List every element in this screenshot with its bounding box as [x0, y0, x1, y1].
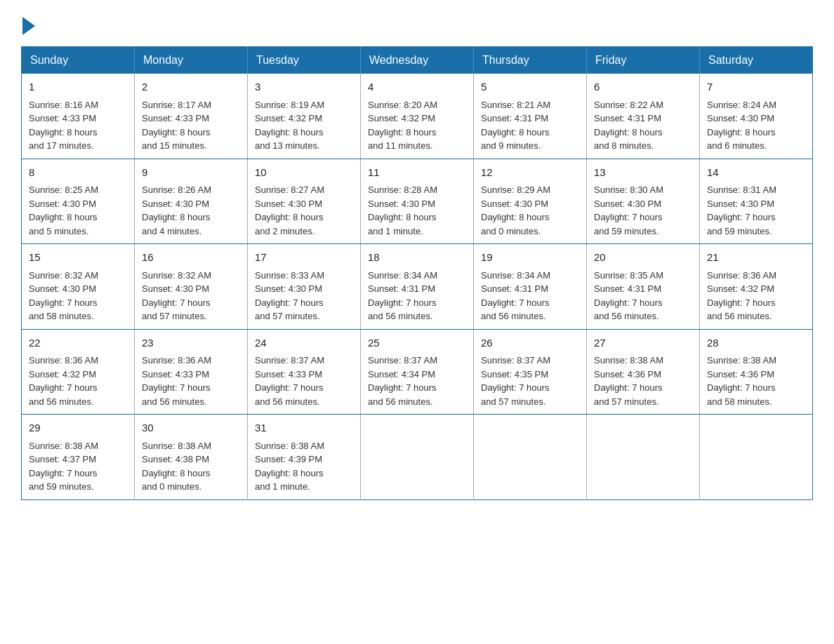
day-info: Sunrise: 8:34 AMSunset: 4:31 PMDaylight:…	[368, 270, 437, 322]
logo-top-row	[21, 14, 35, 35]
day-info: Sunrise: 8:24 AMSunset: 4:30 PMDaylight:…	[707, 100, 776, 152]
day-number: 8	[29, 165, 127, 181]
header	[21, 14, 813, 35]
calendar-cell: 13 Sunrise: 8:30 AMSunset: 4:30 PMDaylig…	[587, 159, 700, 244]
calendar-cell: 8 Sunrise: 8:25 AMSunset: 4:30 PMDayligh…	[22, 159, 135, 244]
calendar-cell: 22 Sunrise: 8:36 AMSunset: 4:32 PMDaylig…	[22, 329, 135, 415]
calendar-cell: 5 Sunrise: 8:21 AMSunset: 4:31 PMDayligh…	[474, 74, 587, 159]
calendar-cell	[700, 415, 813, 500]
calendar-cell: 25 Sunrise: 8:37 AMSunset: 4:34 PMDaylig…	[361, 329, 474, 415]
calendar-table: SundayMondayTuesdayWednesdayThursdayFrid…	[21, 46, 813, 500]
logo-block	[21, 14, 35, 35]
calendar-cell	[587, 415, 700, 500]
calendar-cell: 21 Sunrise: 8:36 AMSunset: 4:32 PMDaylig…	[700, 244, 813, 330]
calendar-cell: 6 Sunrise: 8:22 AMSunset: 4:31 PMDayligh…	[587, 74, 700, 159]
day-info: Sunrise: 8:25 AMSunset: 4:30 PMDaylight:…	[29, 185, 98, 236]
calendar-header-sunday: Sunday	[22, 47, 135, 74]
calendar-cell: 19 Sunrise: 8:34 AMSunset: 4:31 PMDaylig…	[474, 244, 587, 330]
day-number: 7	[707, 79, 805, 95]
day-number: 16	[142, 250, 240, 266]
calendar-cell: 16 Sunrise: 8:32 AMSunset: 4:30 PMDaylig…	[135, 244, 248, 330]
day-info: Sunrise: 8:31 AMSunset: 4:30 PMDaylight:…	[707, 185, 776, 236]
day-info: Sunrise: 8:37 AMSunset: 4:33 PMDaylight:…	[255, 355, 324, 407]
day-number: 28	[707, 335, 805, 351]
day-number: 9	[142, 165, 240, 181]
day-number: 15	[29, 250, 127, 266]
page: SundayMondayTuesdayWednesdayThursdayFrid…	[0, 0, 834, 521]
day-info: Sunrise: 8:38 AMSunset: 4:39 PMDaylight:…	[255, 441, 324, 492]
day-number: 2	[142, 79, 240, 95]
day-info: Sunrise: 8:33 AMSunset: 4:30 PMDaylight:…	[255, 270, 324, 322]
day-number: 20	[594, 250, 692, 266]
calendar-cell: 23 Sunrise: 8:36 AMSunset: 4:33 PMDaylig…	[135, 329, 248, 415]
day-number: 24	[255, 335, 353, 351]
calendar-week-row-2: 8 Sunrise: 8:25 AMSunset: 4:30 PMDayligh…	[22, 159, 813, 244]
day-info: Sunrise: 8:27 AMSunset: 4:30 PMDaylight:…	[255, 185, 324, 236]
calendar-cell: 7 Sunrise: 8:24 AMSunset: 4:30 PMDayligh…	[700, 74, 813, 159]
day-info: Sunrise: 8:38 AMSunset: 4:36 PMDaylight:…	[594, 355, 663, 407]
calendar-header-row: SundayMondayTuesdayWednesdayThursdayFrid…	[22, 47, 813, 74]
calendar-week-row-4: 22 Sunrise: 8:36 AMSunset: 4:32 PMDaylig…	[22, 329, 813, 415]
day-info: Sunrise: 8:16 AMSunset: 4:33 PMDaylight:…	[29, 100, 98, 152]
day-info: Sunrise: 8:38 AMSunset: 4:37 PMDaylight:…	[29, 441, 98, 492]
day-number: 17	[255, 250, 353, 266]
calendar-cell: 4 Sunrise: 8:20 AMSunset: 4:32 PMDayligh…	[361, 74, 474, 159]
day-info: Sunrise: 8:30 AMSunset: 4:30 PMDaylight:…	[594, 185, 663, 236]
calendar-cell	[474, 415, 587, 500]
day-info: Sunrise: 8:28 AMSunset: 4:30 PMDaylight:…	[368, 185, 437, 236]
day-number: 19	[481, 250, 579, 266]
day-info: Sunrise: 8:38 AMSunset: 4:38 PMDaylight:…	[142, 441, 211, 492]
day-number: 18	[368, 250, 466, 266]
day-number: 27	[594, 335, 692, 351]
calendar-cell: 29 Sunrise: 8:38 AMSunset: 4:37 PMDaylig…	[22, 415, 135, 500]
day-info: Sunrise: 8:22 AMSunset: 4:31 PMDaylight:…	[594, 100, 663, 152]
calendar-cell: 14 Sunrise: 8:31 AMSunset: 4:30 PMDaylig…	[700, 159, 813, 244]
day-number: 6	[594, 79, 692, 95]
calendar-cell: 24 Sunrise: 8:37 AMSunset: 4:33 PMDaylig…	[248, 329, 361, 415]
calendar-cell: 30 Sunrise: 8:38 AMSunset: 4:38 PMDaylig…	[135, 415, 248, 500]
day-info: Sunrise: 8:34 AMSunset: 4:31 PMDaylight:…	[481, 270, 550, 322]
day-number: 10	[255, 165, 353, 181]
day-number: 26	[481, 335, 579, 351]
calendar-header-tuesday: Tuesday	[248, 47, 361, 74]
day-info: Sunrise: 8:35 AMSunset: 4:31 PMDaylight:…	[594, 270, 663, 322]
day-info: Sunrise: 8:36 AMSunset: 4:32 PMDaylight:…	[707, 270, 776, 322]
calendar-cell: 9 Sunrise: 8:26 AMSunset: 4:30 PMDayligh…	[135, 159, 248, 244]
day-number: 1	[29, 79, 127, 95]
calendar-cell	[361, 415, 474, 500]
day-number: 13	[594, 165, 692, 181]
day-number: 14	[707, 165, 805, 181]
calendar-header-thursday: Thursday	[474, 47, 587, 74]
calendar-week-row-5: 29 Sunrise: 8:38 AMSunset: 4:37 PMDaylig…	[22, 415, 813, 500]
day-info: Sunrise: 8:17 AMSunset: 4:33 PMDaylight:…	[142, 100, 211, 152]
day-info: Sunrise: 8:19 AMSunset: 4:32 PMDaylight:…	[255, 100, 324, 152]
calendar-cell: 26 Sunrise: 8:37 AMSunset: 4:35 PMDaylig…	[474, 329, 587, 415]
day-number: 12	[481, 165, 579, 181]
calendar-cell: 3 Sunrise: 8:19 AMSunset: 4:32 PMDayligh…	[248, 74, 361, 159]
calendar-cell: 18 Sunrise: 8:34 AMSunset: 4:31 PMDaylig…	[361, 244, 474, 330]
day-number: 29	[29, 420, 127, 436]
logo	[21, 14, 35, 35]
calendar-cell: 2 Sunrise: 8:17 AMSunset: 4:33 PMDayligh…	[135, 74, 248, 159]
calendar-cell: 27 Sunrise: 8:38 AMSunset: 4:36 PMDaylig…	[587, 329, 700, 415]
calendar-cell: 31 Sunrise: 8:38 AMSunset: 4:39 PMDaylig…	[248, 415, 361, 500]
day-number: 23	[142, 335, 240, 351]
day-number: 4	[368, 79, 466, 95]
calendar-header-monday: Monday	[135, 47, 248, 74]
day-number: 25	[368, 335, 466, 351]
day-info: Sunrise: 8:29 AMSunset: 4:30 PMDaylight:…	[481, 185, 550, 236]
day-number: 30	[142, 420, 240, 436]
calendar-header-wednesday: Wednesday	[361, 47, 474, 74]
day-number: 21	[707, 250, 805, 266]
logo-arrow-icon	[22, 17, 35, 35]
calendar-cell: 11 Sunrise: 8:28 AMSunset: 4:30 PMDaylig…	[361, 159, 474, 244]
day-number: 22	[29, 335, 127, 351]
day-info: Sunrise: 8:32 AMSunset: 4:30 PMDaylight:…	[29, 270, 98, 322]
day-info: Sunrise: 8:21 AMSunset: 4:31 PMDaylight:…	[481, 100, 550, 152]
day-number: 5	[481, 79, 579, 95]
day-info: Sunrise: 8:32 AMSunset: 4:30 PMDaylight:…	[142, 270, 211, 322]
day-info: Sunrise: 8:36 AMSunset: 4:32 PMDaylight:…	[29, 355, 98, 407]
calendar-cell: 10 Sunrise: 8:27 AMSunset: 4:30 PMDaylig…	[248, 159, 361, 244]
calendar-header-saturday: Saturday	[700, 47, 813, 74]
calendar-week-row-3: 15 Sunrise: 8:32 AMSunset: 4:30 PMDaylig…	[22, 244, 813, 330]
